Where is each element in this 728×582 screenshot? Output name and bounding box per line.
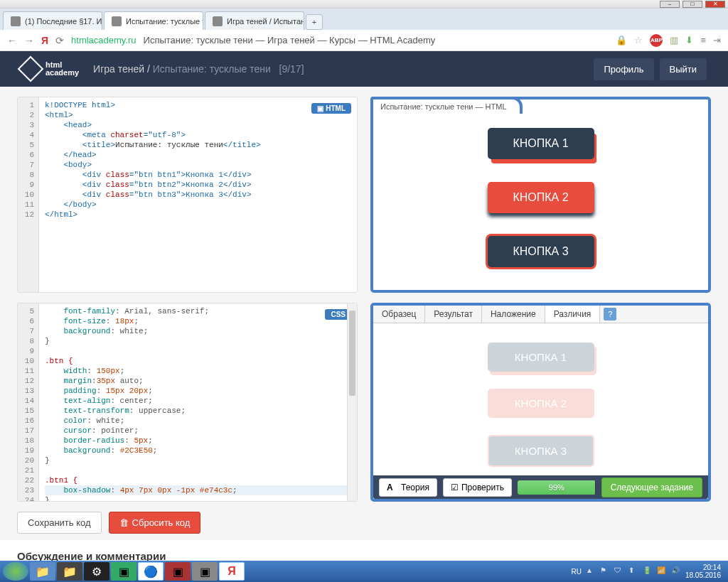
yandex-icon[interactable]: Я (41, 35, 48, 46)
tray-icon[interactable]: ⚑ (600, 566, 610, 576)
taskbar-chrome-icon[interactable]: 🔵 (138, 562, 164, 581)
url-title: Испытание: тусклые тени — Игра теней — К… (144, 35, 436, 45)
tray-icon[interactable]: ⬆ (628, 566, 638, 576)
logo[interactable]: htmlacademy (21, 60, 79, 78)
next-task-button[interactable]: Следующее задание (601, 478, 702, 497)
diff-tabs: Образец Результат Наложение Различия ? (373, 306, 708, 323)
exit-button[interactable]: Выйти (660, 58, 707, 80)
profile-button[interactable]: Профиль (594, 58, 653, 80)
taskbar-clock[interactable]: 20:1418.05.2016 (685, 564, 721, 579)
browser-tabstrip: (1) Последние §17. И Испытание: тусклые … (0, 9, 728, 30)
favicon-icon (112, 16, 122, 26)
forward-icon[interactable]: → (24, 35, 34, 46)
reload-icon[interactable]: ⟳ (55, 35, 64, 46)
tray-icon[interactable]: 📶 (657, 566, 667, 576)
favicon-icon (213, 16, 223, 26)
tray-icon[interactable]: 🔋 (643, 566, 653, 576)
breadcrumb: Игра теней / Испытание: тусклые тени [9/… (93, 63, 304, 75)
editor-actions: Сохранить код 🗑Сбросить код (17, 512, 358, 534)
diff-button-3: КНОПКА 3 (488, 435, 594, 467)
window-maximize[interactable]: □ (682, 1, 702, 8)
css-editor[interactable]: CSS 567891011121314151617181920212223242… (17, 303, 358, 502)
tab-sample[interactable]: Образец (373, 306, 425, 323)
theory-button[interactable]: A Теория (379, 478, 437, 497)
taskbar-explorer-icon[interactable]: 📁 (30, 562, 55, 581)
html-badge: ▣HTML (311, 103, 351, 114)
taskbar-steam-icon[interactable]: ⚙ (84, 562, 109, 581)
line-gutter: 123456789101112 (18, 97, 39, 292)
taskbar-app-icon[interactable]: ▣ (165, 562, 191, 581)
window-titlebar: – □ ✕ (0, 0, 728, 9)
extension-icons: 🔒 ☆ ABP ▥ ⬇ ≡ ⇥ (616, 34, 721, 47)
logo-icon (18, 56, 44, 82)
url-host[interactable]: htmlacademy.ru (71, 35, 136, 45)
tab-overlay[interactable]: Наложение (482, 306, 545, 323)
comments-heading: Обсуждение и комментарии (0, 540, 728, 562)
save-code-button[interactable]: Сохранить код (17, 512, 102, 534)
tab-result[interactable]: Результат (425, 306, 482, 323)
check-icon: ☑ (451, 483, 459, 492)
bars-icon[interactable]: ▥ (670, 35, 678, 45)
taskbar-app-icon[interactable]: ▣ (192, 562, 218, 581)
more-icon[interactable]: ⇥ (713, 35, 721, 45)
browser-tab[interactable]: Испытание: тусклые т× (104, 11, 203, 30)
preview-tab-label: Испытание: тусклые тени — HTML (370, 97, 523, 114)
reset-code-button[interactable]: 🗑Сбросить код (109, 512, 201, 534)
scrollbar[interactable] (347, 303, 357, 501)
abp-icon[interactable]: ABP (650, 34, 663, 47)
diff-button-2: КНОПКА 2 (488, 389, 594, 418)
main-area: ▣HTML 123456789101112 k!DOCTYPE html> <h… (0, 87, 728, 540)
tray-icon[interactable]: 🛡 (614, 566, 624, 576)
url-bar: ← → Я ⟳ htmlacademy.ru Испытание: тусклы… (0, 30, 728, 51)
system-tray: RU ▲ ⚑ 🛡 ⬆ 🔋 📶 🔊 20:1418.05.2016 (571, 564, 725, 579)
window-close[interactable]: ✕ (705, 1, 725, 8)
progress-text: 99% (518, 480, 596, 495)
help-icon[interactable]: ? (604, 308, 616, 320)
window-minimize[interactable]: – (660, 1, 680, 8)
diff-button-1: КНОПКА 1 (488, 343, 594, 372)
taskbar-yandex-icon[interactable]: Я (219, 562, 245, 581)
html-editor[interactable]: ▣HTML 123456789101112 k!DOCTYPE html> <h… (17, 97, 358, 293)
code-area[interactable]: font-family: Arial, sans-serif; font-siz… (39, 303, 357, 501)
browser-tab[interactable]: Игра теней / Испытан (205, 11, 304, 30)
demo-button-3: КНОПКА 3 (488, 236, 594, 267)
tab-diff[interactable]: Различия (545, 306, 601, 323)
new-tab-button[interactable]: + (306, 14, 323, 30)
diff-preview: Образец Результат Наложение Различия ? К… (370, 303, 711, 502)
task-toolbar: A Теория ☑Проверить 99% Следующее задани… (373, 475, 708, 499)
back-icon[interactable]: ← (7, 35, 17, 46)
line-gutter: 5678910111213141516171819202122232425262… (18, 303, 39, 501)
lang-indicator[interactable]: RU (571, 568, 581, 576)
app-header: htmlacademy Игра теней / Испытание: туск… (0, 51, 728, 87)
tray-icon[interactable]: ▲ (586, 566, 596, 576)
start-button[interactable] (3, 562, 28, 581)
windows-taskbar: 📁 📁 ⚙ ▣ 🔵 ▣ ▣ Я RU ▲ ⚑ 🛡 ⬆ 🔋 📶 🔊 20:1418… (0, 561, 728, 582)
demo-button-2: КНОПКА 2 (488, 182, 594, 213)
progress-bar: 99% (518, 480, 596, 495)
taskbar-app-icon[interactable]: ▣ (111, 562, 136, 581)
menu-icon[interactable]: ≡ (700, 35, 706, 45)
browser-tab[interactable]: (1) Последние §17. И (3, 11, 102, 30)
demo-button-1: КНОПКА 1 (488, 128, 594, 159)
volume-icon[interactable]: 🔊 (671, 566, 681, 576)
scroll-thumb[interactable] (349, 311, 355, 396)
code-area[interactable]: k!DOCTYPE html> <html> <head> <meta char… (39, 97, 357, 292)
result-preview: Испытание: тусклые тени — HTML КНОПКА 1 … (370, 97, 711, 293)
download-icon[interactable]: ⬇ (685, 35, 693, 45)
check-button[interactable]: ☑Проверить (443, 478, 512, 497)
lock-icon: 🔒 (616, 35, 627, 45)
star-icon[interactable]: ☆ (634, 35, 643, 45)
favicon-icon (11, 16, 21, 26)
trash-icon: 🗑 (119, 517, 129, 528)
taskbar-app-icon[interactable]: 📁 (57, 562, 82, 581)
